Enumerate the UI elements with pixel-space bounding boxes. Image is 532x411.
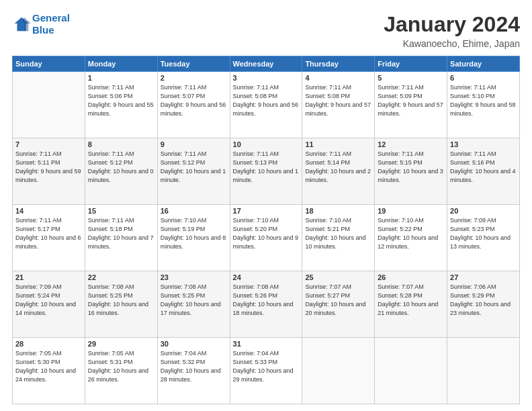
day-info: Sunrise: 7:11 AMSunset: 5:13 PMDaylight:… — [233, 150, 300, 185]
calendar-week-row: 14Sunrise: 7:11 AMSunset: 5:17 PMDayligh… — [13, 205, 520, 271]
table-row — [375, 338, 447, 404]
table-row — [13, 72, 85, 138]
table-row: 7Sunrise: 7:11 AMSunset: 5:11 PMDaylight… — [13, 138, 85, 205]
subtitle: Kawanoecho, Ehime, Japan — [384, 38, 520, 49]
table-row: 29Sunrise: 7:05 AMSunset: 5:31 PMDayligh… — [85, 338, 157, 404]
page: General Blue January 2024 Kawanoecho, Eh… — [0, 0, 532, 411]
col-saturday: Saturday — [447, 56, 520, 72]
day-info: Sunrise: 7:07 AMSunset: 5:27 PMDaylight:… — [305, 283, 371, 318]
day-info: Sunrise: 7:11 AMSunset: 5:12 PMDaylight:… — [161, 150, 227, 185]
day-info: Sunrise: 7:05 AMSunset: 5:31 PMDaylight:… — [88, 349, 154, 384]
day-number: 13 — [450, 140, 517, 148]
day-info: Sunrise: 7:04 AMSunset: 5:32 PMDaylight:… — [161, 349, 227, 384]
table-row — [447, 338, 520, 404]
day-number: 22 — [88, 273, 154, 281]
day-info: Sunrise: 7:08 AMSunset: 5:26 PMDaylight:… — [233, 283, 300, 318]
table-row: 20Sunrise: 7:09 AMSunset: 5:23 PMDayligh… — [447, 205, 520, 271]
table-row: 22Sunrise: 7:08 AMSunset: 5:25 PMDayligh… — [85, 271, 157, 338]
calendar-header-row: Sunday Monday Tuesday Wednesday Thursday… — [13, 56, 520, 72]
day-number: 14 — [15, 207, 82, 215]
day-info: Sunrise: 7:06 AMSunset: 5:29 PMDaylight:… — [450, 283, 517, 318]
col-monday: Monday — [85, 56, 157, 72]
table-row: 19Sunrise: 7:10 AMSunset: 5:22 PMDayligh… — [375, 205, 447, 271]
title-block: January 2024 Kawanoecho, Ehime, Japan — [384, 12, 520, 49]
day-number: 19 — [378, 207, 444, 215]
col-wednesday: Wednesday — [230, 56, 302, 72]
table-row: 3Sunrise: 7:11 AMSunset: 5:08 PMDaylight… — [230, 72, 302, 138]
calendar-table: Sunday Monday Tuesday Wednesday Thursday… — [12, 56, 520, 404]
table-row: 1Sunrise: 7:11 AMSunset: 5:06 PMDaylight… — [85, 72, 157, 138]
table-row: 10Sunrise: 7:11 AMSunset: 5:13 PMDayligh… — [230, 138, 302, 205]
col-thursday: Thursday — [302, 56, 375, 72]
day-number: 20 — [450, 207, 517, 215]
day-info: Sunrise: 7:10 AMSunset: 5:19 PMDaylight:… — [161, 216, 227, 251]
logo-line2: Blue — [32, 24, 54, 36]
day-info: Sunrise: 7:11 AMSunset: 5:10 PMDaylight:… — [450, 83, 517, 118]
day-number: 9 — [161, 140, 227, 148]
logo: General Blue — [12, 12, 70, 36]
day-number: 1 — [88, 74, 154, 82]
day-info: Sunrise: 7:10 AMSunset: 5:21 PMDaylight:… — [305, 216, 371, 251]
table-row: 6Sunrise: 7:11 AMSunset: 5:10 PMDaylight… — [447, 72, 520, 138]
table-row: 8Sunrise: 7:11 AMSunset: 5:12 PMDaylight… — [85, 138, 157, 205]
logo-text: General Blue — [32, 12, 70, 36]
day-info: Sunrise: 7:11 AMSunset: 5:14 PMDaylight:… — [305, 150, 371, 185]
day-info: Sunrise: 7:11 AMSunset: 5:07 PMDaylight:… — [161, 83, 227, 118]
day-info: Sunrise: 7:09 AMSunset: 5:23 PMDaylight:… — [450, 216, 517, 251]
table-row: 17Sunrise: 7:10 AMSunset: 5:20 PMDayligh… — [230, 205, 302, 271]
day-number: 18 — [305, 207, 371, 215]
table-row: 28Sunrise: 7:05 AMSunset: 5:30 PMDayligh… — [13, 338, 85, 404]
logo-icon — [12, 15, 31, 34]
day-info: Sunrise: 7:11 AMSunset: 5:15 PMDaylight:… — [378, 150, 444, 185]
col-sunday: Sunday — [13, 56, 85, 72]
day-number: 16 — [161, 207, 227, 215]
day-info: Sunrise: 7:11 AMSunset: 5:08 PMDaylight:… — [305, 83, 371, 118]
day-number: 27 — [450, 273, 517, 281]
day-number: 11 — [305, 140, 371, 148]
day-info: Sunrise: 7:11 AMSunset: 5:09 PMDaylight:… — [378, 83, 444, 118]
day-info: Sunrise: 7:11 AMSunset: 5:12 PMDaylight:… — [88, 150, 154, 185]
calendar-week-row: 1Sunrise: 7:11 AMSunset: 5:06 PMDaylight… — [13, 72, 520, 138]
table-row — [302, 338, 375, 404]
day-info: Sunrise: 7:11 AMSunset: 5:11 PMDaylight:… — [15, 150, 82, 185]
day-info: Sunrise: 7:05 AMSunset: 5:30 PMDaylight:… — [15, 349, 82, 384]
day-info: Sunrise: 7:10 AMSunset: 5:22 PMDaylight:… — [378, 216, 444, 251]
day-info: Sunrise: 7:11 AMSunset: 5:16 PMDaylight:… — [450, 150, 517, 185]
day-number: 17 — [233, 207, 300, 215]
table-row: 30Sunrise: 7:04 AMSunset: 5:32 PMDayligh… — [157, 338, 230, 404]
table-row: 9Sunrise: 7:11 AMSunset: 5:12 PMDaylight… — [157, 138, 230, 205]
logo-line1: General — [32, 12, 70, 24]
day-info: Sunrise: 7:11 AMSunset: 5:06 PMDaylight:… — [88, 83, 154, 118]
day-number: 7 — [15, 140, 82, 148]
day-number: 10 — [233, 140, 300, 148]
calendar-week-row: 21Sunrise: 7:09 AMSunset: 5:24 PMDayligh… — [13, 271, 520, 338]
day-number: 12 — [378, 140, 444, 148]
day-info: Sunrise: 7:11 AMSunset: 5:08 PMDaylight:… — [233, 83, 300, 118]
table-row: 18Sunrise: 7:10 AMSunset: 5:21 PMDayligh… — [302, 205, 375, 271]
calendar-week-row: 7Sunrise: 7:11 AMSunset: 5:11 PMDaylight… — [13, 138, 520, 205]
day-number: 8 — [88, 140, 154, 148]
col-friday: Friday — [375, 56, 447, 72]
table-row: 16Sunrise: 7:10 AMSunset: 5:19 PMDayligh… — [157, 205, 230, 271]
day-number: 6 — [450, 74, 517, 82]
day-number: 26 — [378, 273, 444, 281]
table-row: 14Sunrise: 7:11 AMSunset: 5:17 PMDayligh… — [13, 205, 85, 271]
day-number: 25 — [305, 273, 371, 281]
day-info: Sunrise: 7:07 AMSunset: 5:28 PMDaylight:… — [378, 283, 444, 318]
day-number: 23 — [161, 273, 227, 281]
table-row: 24Sunrise: 7:08 AMSunset: 5:26 PMDayligh… — [230, 271, 302, 338]
table-row: 11Sunrise: 7:11 AMSunset: 5:14 PMDayligh… — [302, 138, 375, 205]
day-info: Sunrise: 7:11 AMSunset: 5:17 PMDaylight:… — [15, 216, 82, 251]
table-row: 4Sunrise: 7:11 AMSunset: 5:08 PMDaylight… — [302, 72, 375, 138]
table-row: 27Sunrise: 7:06 AMSunset: 5:29 PMDayligh… — [447, 271, 520, 338]
col-tuesday: Tuesday — [157, 56, 230, 72]
day-info: Sunrise: 7:08 AMSunset: 5:25 PMDaylight:… — [161, 283, 227, 318]
day-number: 5 — [378, 74, 444, 82]
table-row: 31Sunrise: 7:04 AMSunset: 5:33 PMDayligh… — [230, 338, 302, 404]
table-row: 15Sunrise: 7:11 AMSunset: 5:18 PMDayligh… — [85, 205, 157, 271]
table-row: 21Sunrise: 7:09 AMSunset: 5:24 PMDayligh… — [13, 271, 85, 338]
header: General Blue January 2024 Kawanoecho, Eh… — [12, 12, 520, 49]
day-info: Sunrise: 7:09 AMSunset: 5:24 PMDaylight:… — [15, 283, 82, 318]
table-row: 23Sunrise: 7:08 AMSunset: 5:25 PMDayligh… — [157, 271, 230, 338]
table-row: 2Sunrise: 7:11 AMSunset: 5:07 PMDaylight… — [157, 72, 230, 138]
